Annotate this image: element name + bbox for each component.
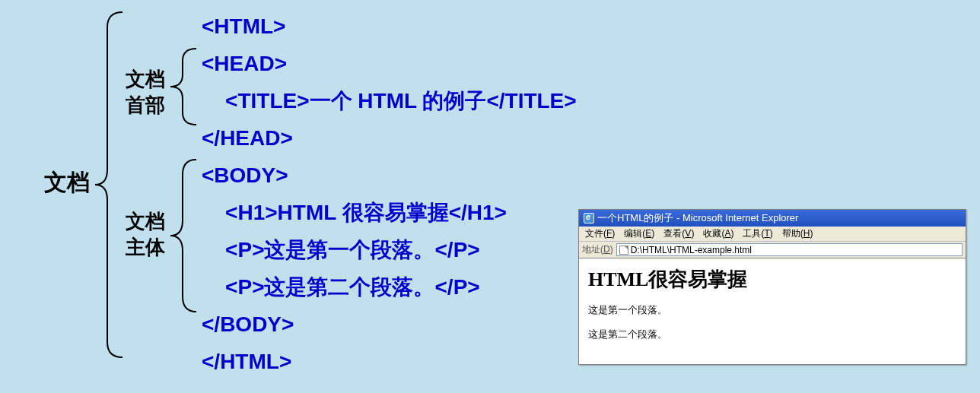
menu-favorites[interactable]: 收藏(A) [700,227,737,241]
rendered-p1: 这是第一个段落。 [588,303,956,317]
menu-help[interactable]: 帮助(H) [779,227,816,241]
code-line-1: <HTML> [202,14,285,38]
ie-title-text: 一个HTML的例子 - Microsoft Internet Explorer [597,211,798,225]
code-line-6: <H1>HTML 很容易掌握</H1> [202,201,507,224]
code-line-2: <HEAD> [202,52,287,75]
ie-addressbar: 地址(D) D:\HTML\HTML-example.html [579,242,966,258]
label-body-section: 文档 主体 [126,209,165,261]
code-line-4: </HEAD> [202,126,293,150]
menu-file[interactable]: 文件(F) [582,227,618,241]
label-head-line1: 文档 [126,68,165,90]
diagram-container: 文档 文档 首部 文档 主体 <HTML> <HEAD> <TITLE>一个 H… [0,0,980,393]
ie-browser-window: 一个HTML的例子 - Microsoft Internet Explorer … [578,209,966,365]
code-line-8: <P>这是第二个段落。</P> [202,275,480,299]
ie-menubar: 文件(F) 编辑(E) 查看(V) 收藏(A) 工具(T) 帮助(H) [579,227,966,242]
brace-head [169,47,198,126]
ie-content-area: HTML很容易掌握 这是第一个段落。 这是第二个段落。 [579,258,966,360]
html-code-block: <HTML> <HEAD> <TITLE>一个 HTML 的例子</TITLE>… [202,8,577,380]
ie-address-value: D:\HTML\HTML-example.html [631,245,752,255]
code-line-7: <P>这是第一个段落。</P> [202,238,480,261]
code-line-9: </BODY> [202,312,294,336]
menu-view[interactable]: 查看(V) [660,227,697,241]
brace-document [94,11,124,359]
code-line-3: <TITLE>一个 HTML 的例子</TITLE> [202,89,577,113]
rendered-h1: HTML很容易掌握 [588,266,956,293]
page-icon [619,246,628,255]
brace-body [169,158,198,313]
ie-titlebar[interactable]: 一个HTML的例子 - Microsoft Internet Explorer [579,210,966,227]
label-head-section: 文档 首部 [126,67,165,119]
ie-address-field[interactable]: D:\HTML\HTML-example.html [616,243,963,256]
menu-edit[interactable]: 编辑(E) [621,227,657,241]
label-body-line1: 文档 [126,210,165,233]
code-line-10: </HTML> [202,350,291,373]
ie-address-label: 地址(D) [582,243,613,256]
code-line-5: <BODY> [202,163,288,187]
label-head-line2: 首部 [126,93,165,116]
label-document: 文档 [44,167,90,198]
menu-tools[interactable]: 工具(T) [740,227,775,241]
rendered-p2: 这是第二个段落。 [588,328,956,341]
ie-app-icon [584,213,594,223]
label-body-line2: 主体 [126,236,165,258]
